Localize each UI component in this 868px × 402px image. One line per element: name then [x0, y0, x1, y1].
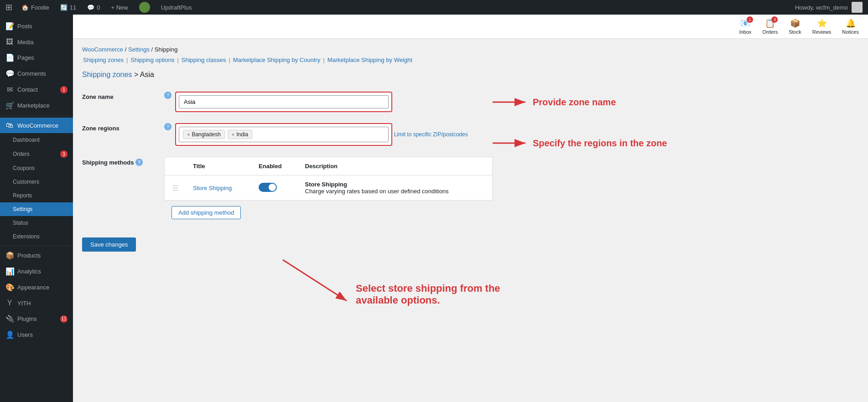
plugins-label: Plugins: [17, 315, 37, 322]
howdy-text: Howdy, wcfm_demo: [795, 4, 848, 11]
col-title-header: Title: [186, 157, 251, 175]
store-shipping-toggle[interactable]: [259, 183, 277, 192]
tab-marketplace-weight[interactable]: Marketplace Shipping by Weight: [327, 57, 413, 63]
bottom-annotation: Select store shipping from the available…: [255, 255, 859, 311]
add-shipping-method-button[interactable]: Add shipping method: [172, 206, 241, 219]
sidebar-item-woocommerce[interactable]: 🛍 WooCommerce: [0, 118, 73, 133]
shipping-methods-table: Title Enabled Description ☰: [164, 157, 493, 201]
adminbar-new[interactable]: + New: [109, 4, 130, 11]
zone-name-annotation: Provide zone name: [493, 95, 616, 109]
yith-label: YITH: [17, 300, 31, 307]
inbox-icon: 📧 1: [740, 18, 750, 28]
zone-name-input[interactable]: [179, 95, 389, 108]
arrow-icon-zone-name: [493, 95, 529, 109]
toolbar-reviews[interactable]: ⭐ Reviews: [812, 18, 832, 35]
adminbar-plugin[interactable]: UpdraftPlus: [159, 4, 194, 11]
store-shipping-annotation-text-wrapper: Select store shipping from the available…: [356, 283, 538, 306]
sidebar-item-yith[interactable]: Y YITH: [0, 295, 73, 311]
contact-label: Contact: [17, 86, 38, 93]
settings-breadcrumb-link[interactable]: Settings: [128, 46, 150, 53]
sidebar-item-posts[interactable]: 📝 Posts: [0, 18, 73, 34]
toolbar-stock[interactable]: 📦 Stock: [789, 18, 801, 35]
zone-regions-wrapper: × Bangladesh × India: [175, 123, 392, 146]
sidebar-item-settings[interactable]: Settings: [0, 202, 73, 216]
zone-regions-label: Zone regions: [82, 123, 164, 132]
limit-zip-link[interactable]: Limit to specific ZIP/postcodes: [394, 131, 468, 138]
tab-shipping-classes[interactable]: Shipping classes: [181, 57, 227, 63]
sidebar-item-reports[interactable]: Reports: [0, 189, 73, 202]
top-toolbar: 📧 1 Inbox 📋 3 Orders 📦 Stock ⭐ Reviews: [73, 15, 868, 39]
pages-icon: 📄: [5, 53, 14, 62]
remove-india[interactable]: ×: [232, 132, 234, 137]
subnav-tabs: Shipping zones | Shipping options | Ship…: [82, 57, 859, 63]
zone-name-heading: Asia: [140, 71, 154, 78]
zone-name-wrapper: [175, 92, 392, 112]
adminbar-comments[interactable]: 💬 0: [85, 4, 102, 11]
sidebar-item-orders[interactable]: Orders 3: [0, 147, 73, 161]
updates-icon: 🔄: [60, 4, 68, 11]
sidebar-item-customers[interactable]: Customers: [0, 175, 73, 189]
sidebar-item-coupons[interactable]: Coupons: [0, 161, 73, 175]
zone-name-annotation-text: Provide zone name: [533, 97, 616, 108]
toolbar-orders[interactable]: 📋 3 Orders: [763, 18, 778, 35]
sidebar-item-pages[interactable]: 📄 Pages: [0, 50, 73, 66]
plugin-name: UpdraftPlus: [161, 4, 192, 11]
tab-shipping-options[interactable]: Shipping options: [130, 57, 175, 63]
users-label: Users: [17, 331, 33, 338]
orders-badge: 3: [771, 16, 778, 23]
tab-shipping-zones[interactable]: Shipping zones: [82, 57, 125, 63]
orders-label: Orders: [763, 29, 778, 35]
main-content: 📧 1 Inbox 📋 3 Orders 📦 Stock ⭐ Reviews: [73, 15, 868, 402]
shipping-methods-help-icon[interactable]: ?: [135, 159, 143, 166]
home-icon: 🏠: [21, 4, 29, 11]
adminbar-avatar[interactable]: [137, 2, 152, 13]
zone-name-help-icon[interactable]: ?: [164, 92, 172, 99]
sidebar-item-plugins[interactable]: 🔌 Plugins 11: [0, 311, 73, 327]
sidebar-item-marketplace[interactable]: 🛒 Marketplace: [0, 98, 73, 113]
updates-count: 11: [70, 4, 76, 11]
svg-line-5: [283, 260, 347, 301]
reviews-icon: ⭐: [817, 18, 827, 28]
avatar-icon: [139, 2, 150, 13]
wp-logo[interactable]: ⊞: [5, 2, 12, 12]
orders-badge: 3: [60, 150, 68, 158]
sidebar-item-media[interactable]: 🖼 Media: [0, 34, 73, 50]
store-shipping-annotation-text: Select store shipping from the available…: [356, 283, 500, 306]
stock-icon: 📦: [790, 18, 800, 28]
media-label: Media: [17, 39, 33, 46]
col-drag: [165, 157, 186, 175]
reports-label: Reports: [13, 192, 32, 199]
products-icon: 📦: [5, 251, 14, 260]
tab-marketplace-country[interactable]: Marketplace Shipping by Country: [232, 57, 322, 63]
zone-regions-help-icon[interactable]: ?: [164, 123, 172, 130]
sidebar-item-products[interactable]: 📦 Products: [0, 247, 73, 263]
sidebar-item-appearance[interactable]: 🎨 Appearance: [0, 279, 73, 295]
sidebar-item-dashboard[interactable]: Dashboard: [0, 133, 73, 147]
remove-bangladesh[interactable]: ×: [187, 132, 190, 137]
sidebar-item-users[interactable]: 👤 Users: [0, 327, 73, 343]
save-changes-button[interactable]: Save changes: [82, 237, 136, 252]
sidebar-item-analytics[interactable]: 📊 Analytics: [0, 263, 73, 279]
posts-label: Posts: [17, 23, 32, 30]
toolbar-inbox[interactable]: 📧 1 Inbox: [739, 18, 752, 35]
content-area: WooCommerce / Settings / Shipping Shippi…: [73, 39, 868, 319]
status-label: Status: [13, 220, 28, 226]
store-shipping-link[interactable]: Store Shipping: [193, 185, 232, 191]
adminbar-updates[interactable]: 🔄 11: [58, 4, 78, 11]
zone-regions-input[interactable]: × Bangladesh × India: [179, 127, 389, 142]
shipping-methods-row: Shipping methods ? Title Enabled: [82, 151, 493, 230]
shipping-zones-link[interactable]: Shipping zones: [82, 71, 132, 78]
drag-handle-icon[interactable]: ☰: [172, 184, 178, 192]
col-enabled-header: Enabled: [251, 157, 297, 175]
toolbar-notices[interactable]: 🔔 Notices: [842, 18, 859, 35]
description-text: Charge varying rates based on user defin…: [305, 188, 449, 195]
admin-bar: ⊞ 🏠 Foodie 🔄 11 💬 0 + New UpdraftPlus Ho…: [0, 0, 868, 15]
sidebar-item-status[interactable]: Status: [0, 216, 73, 230]
sidebar-item-comments[interactable]: 💬 Comments: [0, 66, 73, 82]
table-row: ☰ Store Shipping: [165, 175, 493, 201]
form-section: Zone name ?: [82, 86, 859, 252]
sidebar-item-contact[interactable]: ✉ Contact 1: [0, 82, 73, 98]
adminbar-home[interactable]: 🏠 Foodie: [20, 4, 51, 11]
sidebar-item-extensions[interactable]: Extensions: [0, 230, 73, 243]
woocommerce-breadcrumb-link[interactable]: WooCommerce: [82, 46, 123, 53]
